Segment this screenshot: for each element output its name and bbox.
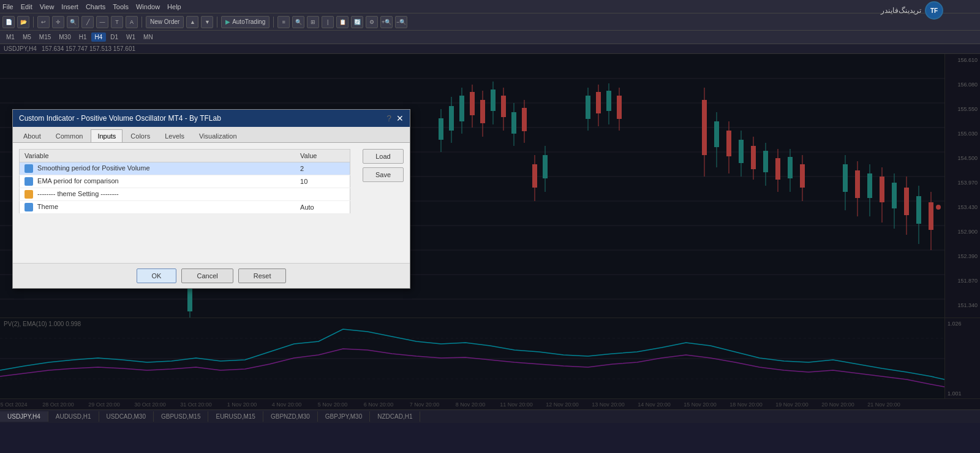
row3-value <box>295 188 350 201</box>
inputs-table: Variable Value Smoothing period for Posi… <box>19 149 350 214</box>
menu-item-tools[interactable]: Tools <box>113 3 129 10</box>
table-row-4[interactable]: Theme Auto <box>20 201 350 214</box>
row3-icon <box>24 190 33 199</box>
toolbar-sep-2 <box>141 17 142 28</box>
row1-variable: Smoothing period for Positive Volume <box>20 162 296 175</box>
dialog-title: Custom Indicator - Positive Volume Oscil… <box>19 114 221 123</box>
dialog-table-area: Variable Value Smoothing period for Posi… <box>13 143 356 220</box>
period-sep-btn[interactable]: | <box>322 16 334 28</box>
tf-m5[interactable]: M5 <box>19 32 35 42</box>
arrow-btn[interactable]: A <box>126 16 138 28</box>
svg-text:TF: TF <box>930 7 938 14</box>
dialog-overlay: Custom Indicator - Positive Volume Oscil… <box>0 54 980 409</box>
new-order-btn[interactable]: New Order <box>146 16 184 28</box>
row4-value[interactable]: Auto <box>295 201 350 214</box>
tf-m30[interactable]: M30 <box>55 32 74 42</box>
zoom-in2-btn[interactable]: +🔍 <box>380 16 393 28</box>
menu-item-charts[interactable]: Charts <box>86 3 105 10</box>
line-btn[interactable]: ╱ <box>81 16 94 28</box>
dialog-close-btn[interactable]: ✕ <box>396 113 404 123</box>
row4-variable: Theme <box>20 201 296 214</box>
logo-icon: TF <box>925 1 943 20</box>
chart-type-btn[interactable]: ≡ <box>277 16 290 28</box>
autotrading-label: AutoTrading <box>232 18 265 25</box>
row4-icon <box>24 203 33 211</box>
row2-value[interactable]: 10 <box>295 175 350 188</box>
cancel-btn[interactable]: Cancel <box>181 268 233 283</box>
chart-symbol: USDJPY,H4 <box>4 45 37 52</box>
save-btn[interactable]: Save <box>363 167 404 182</box>
indicator-dialog: Custom Indicator - Positive Volume Oscil… <box>12 109 410 289</box>
tab-levels[interactable]: Levels <box>158 129 191 142</box>
dialog-help-btn[interactable]: ? <box>386 113 391 123</box>
toolbar: 📄 📂 ↩ ✛ 🔍 ╱ — T A New Order ▲ ▼ ▶ AutoTr… <box>0 13 980 31</box>
tab-about[interactable]: About <box>17 129 48 142</box>
toolbar-sep-3 <box>217 17 217 28</box>
tab-usdjpy-h4[interactable]: USDJPY,H4 <box>0 411 48 422</box>
tab-gbpusd-m15[interactable]: GBPUSD,M15 <box>154 411 208 422</box>
toolbar-sep-1 <box>33 17 34 28</box>
tf-mn[interactable]: MN <box>140 32 157 42</box>
tab-nzdcad-h1[interactable]: NZDCAD,H1 <box>370 411 420 422</box>
chart-info: USDJPY,H4 157.634 157.747 157.513 157.60… <box>0 44 980 54</box>
logo-text: تریدینگ‌فایندر <box>881 6 921 15</box>
zoom-out-chart-btn[interactable]: 🔍 <box>292 16 304 28</box>
tf-h1[interactable]: H1 <box>75 32 91 42</box>
tab-usdcad-m30[interactable]: USDCAD,M30 <box>99 411 154 422</box>
row2-variable: EMA period for comparison <box>20 175 296 188</box>
tab-gbpnzd-m30[interactable]: GBPNZD,M30 <box>263 411 318 422</box>
tab-gbpjpy-m30[interactable]: GBPJPY,M30 <box>318 411 370 422</box>
template-btn[interactable]: 📋 <box>336 16 349 28</box>
tab-inputs[interactable]: Inputs <box>91 129 123 142</box>
undo-btn[interactable]: ↩ <box>37 16 50 28</box>
menu-item-insert[interactable]: Insert <box>61 3 78 10</box>
table-row-1[interactable]: Smoothing period for Positive Volume 2 <box>20 162 350 175</box>
col-variable: Variable <box>20 150 296 162</box>
table-row-3: -------- theme Setting -------- <box>20 188 350 201</box>
dialog-main-area: Variable Value Smoothing period for Posi… <box>13 143 410 220</box>
text-btn[interactable]: T <box>111 16 123 28</box>
autotrading-btn[interactable]: ▶ AutoTrading <box>221 16 270 28</box>
timeframe-bar: M1 M5 M15 M30 H1 H4 D1 W1 MN <box>0 31 980 44</box>
tab-common[interactable]: Common <box>49 129 90 142</box>
refresh-btn[interactable]: 🔄 <box>351 16 363 28</box>
tab-colors[interactable]: Colors <box>124 129 157 142</box>
settings-btn[interactable]: ⚙ <box>366 16 378 28</box>
load-btn[interactable]: Load <box>363 149 404 164</box>
hline-btn[interactable]: — <box>96 16 108 28</box>
row3-variable: -------- theme Setting -------- <box>20 188 296 201</box>
table-row-2[interactable]: EMA period for comparison 10 <box>20 175 350 188</box>
toolbar-sep-4 <box>273 17 274 28</box>
tf-m1[interactable]: M1 <box>2 32 18 42</box>
tf-d1[interactable]: D1 <box>107 32 122 42</box>
chart-area-wrapper: 156.610 156.080 155.550 155.030 154.500 … <box>0 54 980 409</box>
tab-eurusd-m15[interactable]: EURUSD,M15 <box>208 411 263 422</box>
menu-item-file[interactable]: File <box>2 3 13 10</box>
col-value: Value <box>295 150 350 162</box>
menu-item-view[interactable]: View <box>40 3 55 10</box>
ok-btn[interactable]: OK <box>137 268 177 283</box>
open-btn[interactable]: 📂 <box>17 16 29 28</box>
dialog-footer: OK Cancel Reset <box>13 263 410 288</box>
row2-icon <box>24 177 33 186</box>
sell-btn[interactable]: ▼ <box>201 16 213 28</box>
menu-item-window[interactable]: Window <box>136 3 160 10</box>
tf-h4[interactable]: H4 <box>91 32 107 42</box>
reset-btn[interactable]: Reset <box>238 268 287 283</box>
menu-bar: File Edit View Insert Charts Tools Windo… <box>0 0 980 13</box>
chart-ohlc: 157.634 157.747 157.513 157.601 <box>42 45 135 52</box>
crosshair-btn[interactable]: ✛ <box>52 16 64 28</box>
tf-w1[interactable]: W1 <box>123 32 139 42</box>
autotrading-icon: ▶ <box>225 18 230 25</box>
row1-value[interactable]: 2 <box>295 162 350 175</box>
indicators-btn[interactable]: ⊞ <box>307 16 319 28</box>
zoom-out2-btn[interactable]: −🔍 <box>395 16 407 28</box>
menu-item-edit[interactable]: Edit <box>21 3 32 10</box>
new-chart-btn[interactable]: 📄 <box>2 16 15 28</box>
tab-audusd-h1[interactable]: AUDUSD,H1 <box>48 411 99 422</box>
buy-btn[interactable]: ▲ <box>186 16 198 28</box>
menu-item-help[interactable]: Help <box>167 3 181 10</box>
tf-m15[interactable]: M15 <box>36 32 55 42</box>
tab-visualization[interactable]: Visualization <box>192 129 244 142</box>
zoom-in-btn[interactable]: 🔍 <box>67 16 79 28</box>
